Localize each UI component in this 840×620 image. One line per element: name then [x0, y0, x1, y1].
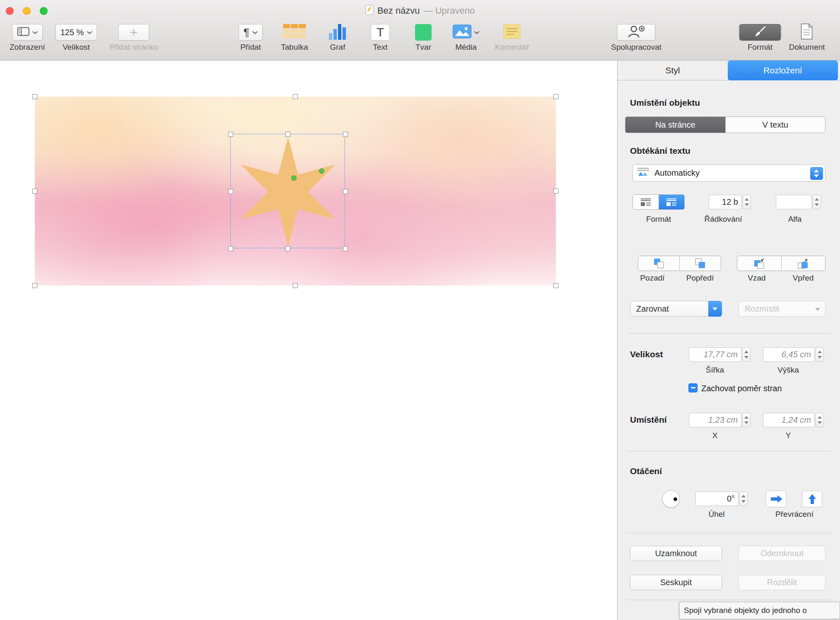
- image-handle-bottom-right[interactable]: [553, 283, 558, 288]
- chevron-down-icon: [87, 29, 92, 36]
- flip-label: Převrácení: [765, 510, 823, 519]
- comment-icon: [503, 24, 521, 41]
- align-pulldown-label: Zarovnat: [636, 304, 669, 314]
- shape-handle-middle-right[interactable]: [343, 189, 348, 194]
- toolbar-comment-label: Komentář: [495, 43, 529, 52]
- divider: [628, 333, 830, 334]
- pulldown-arrow-icon: [708, 301, 722, 317]
- toolbar-document-label: Dokument: [789, 43, 825, 52]
- alpha-stepper[interactable]: [813, 195, 821, 209]
- bring-forward-button[interactable]: [781, 256, 826, 271]
- group-button[interactable]: Seskupit: [630, 575, 722, 590]
- ungroup-button[interactable]: Rozdělit: [739, 575, 826, 590]
- toolbar-comment-button[interactable]: Komentář: [495, 23, 529, 52]
- toolbar-collaborate-button[interactable]: Spolupracovat: [611, 23, 661, 52]
- height-label: Výška: [763, 366, 813, 375]
- shape-handle-bottom-right[interactable]: [343, 246, 348, 251]
- image-handle-top-middle[interactable]: [293, 94, 298, 99]
- text-wrap-title: Obtékání textu: [630, 146, 690, 156]
- toolbar-add-page-label: Přidat stránku: [109, 43, 158, 52]
- segment-on-page[interactable]: Na stránce: [625, 117, 725, 133]
- height-stepper[interactable]: [816, 347, 824, 362]
- group-tooltip: Spojí vybrané objekty do jednoho o: [679, 602, 840, 619]
- wrap-style-above-below[interactable]: [633, 195, 659, 209]
- image-handle-middle-left[interactable]: [32, 189, 37, 194]
- width-field[interactable]: 17,77 cm: [689, 347, 741, 362]
- send-to-back-button[interactable]: [638, 256, 679, 271]
- toolbar-insert-button[interactable]: ¶ Přidat: [239, 23, 263, 52]
- image-handle-middle-right[interactable]: [553, 189, 558, 194]
- text-wrap-popup[interactable]: Automaticky: [632, 165, 826, 182]
- position-y-stepper[interactable]: [816, 413, 824, 427]
- height-field[interactable]: 6,45 cm: [763, 347, 815, 362]
- toolbar-text-button[interactable]: T Text: [371, 23, 390, 52]
- wrap-style-around[interactable]: [659, 195, 685, 209]
- shape-handle-middle-left[interactable]: [228, 189, 233, 194]
- chevron-down-icon: [252, 29, 258, 36]
- star-shape[interactable]: [231, 134, 345, 249]
- distribute-pulldown[interactable]: Rozmístit: [739, 301, 826, 317]
- shape-icon: [415, 24, 432, 41]
- angle-field[interactable]: 0°: [695, 492, 739, 506]
- toolbar-view-button[interactable]: Zobrazení: [10, 23, 45, 52]
- toolbar-zoom-button[interactable]: 125 % Velikost: [56, 23, 97, 52]
- shape-handle-top-left[interactable]: [228, 132, 233, 137]
- popup-stepper-icon[interactable]: [810, 167, 823, 180]
- image-handle-bottom-middle[interactable]: [293, 283, 298, 288]
- position-x-field[interactable]: 1,23 cm: [689, 413, 741, 427]
- angle-stepper[interactable]: [739, 492, 748, 506]
- flip-vertical-button[interactable]: [802, 491, 822, 507]
- width-stepper[interactable]: [742, 347, 751, 362]
- alpha-field[interactable]: [776, 195, 812, 209]
- shape-selection-box[interactable]: [230, 134, 345, 248]
- image-handle-bottom-left[interactable]: [32, 283, 37, 288]
- toolbar-collaborate-label: Spolupracovat: [611, 43, 661, 52]
- toolbar-chart-button[interactable]: Graf: [328, 23, 347, 52]
- toolbar-table-button[interactable]: Tabulka: [281, 23, 308, 52]
- toolbar-text-label: Text: [371, 43, 390, 52]
- rotation-knob[interactable]: [662, 490, 680, 508]
- chart-icon: [328, 23, 347, 41]
- toolbar-zoom-label: Velikost: [56, 43, 97, 52]
- position-y-label: Y: [763, 431, 813, 440]
- toolbar-media-button[interactable]: Média: [453, 23, 480, 52]
- align-pulldown[interactable]: Zarovnat: [630, 301, 722, 317]
- shape-handle-bottom-middle[interactable]: [285, 246, 290, 251]
- shape-adjust-handle-inner[interactable]: [291, 175, 297, 181]
- keep-aspect-ratio-checkbox[interactable]: [688, 383, 698, 392]
- unlock-button[interactable]: Odemknout: [739, 546, 826, 561]
- zoom-value: 125 %: [60, 28, 84, 37]
- toolbar-document-button[interactable]: Dokument: [789, 23, 825, 52]
- shape-handle-top-right[interactable]: [343, 132, 348, 137]
- position-x-stepper[interactable]: [742, 413, 751, 427]
- shape-handle-bottom-left[interactable]: [228, 246, 233, 251]
- tab-rozlozeni[interactable]: Rozložení: [728, 61, 838, 80]
- toolbar-add-page-button[interactable]: + Přidat stránku: [109, 23, 158, 52]
- flip-horizontal-button[interactable]: [766, 491, 786, 507]
- position-y-field[interactable]: 1,24 cm: [763, 413, 815, 427]
- toolbar-format-button[interactable]: Formát: [739, 23, 781, 52]
- chevron-down-icon: [32, 29, 38, 36]
- tab-styl[interactable]: Styl: [618, 61, 728, 80]
- toolbar-shape-button[interactable]: Tvar: [415, 23, 432, 52]
- image-handle-top-left[interactable]: [32, 94, 37, 99]
- alpha-label: Alfa: [770, 215, 820, 224]
- wrap-format-segmented: [632, 194, 685, 210]
- divider: [628, 600, 830, 600]
- image-handle-top-right[interactable]: [553, 94, 558, 99]
- flip-vertical-icon: [806, 493, 818, 505]
- send-to-back-label: Pozadí: [628, 274, 677, 283]
- shape-adjust-handle-points[interactable]: [319, 168, 324, 174]
- format-inspector: Styl Rozložení Umístění objektu Na strán…: [617, 61, 840, 620]
- view-options-icon: [17, 27, 29, 38]
- shape-handle-top-middle[interactable]: [285, 132, 290, 137]
- toolbar-view-label: Zobrazení: [10, 43, 45, 52]
- document-canvas[interactable]: [0, 61, 617, 620]
- segment-in-text[interactable]: V textu: [725, 117, 826, 133]
- bring-to-front-button[interactable]: [679, 256, 721, 271]
- send-backward-button[interactable]: [737, 256, 781, 271]
- text-icon: T: [371, 24, 390, 41]
- line-spacing-stepper[interactable]: [743, 195, 751, 209]
- line-spacing-field[interactable]: 12 b: [709, 195, 742, 209]
- lock-button[interactable]: Uzamknout: [630, 546, 722, 561]
